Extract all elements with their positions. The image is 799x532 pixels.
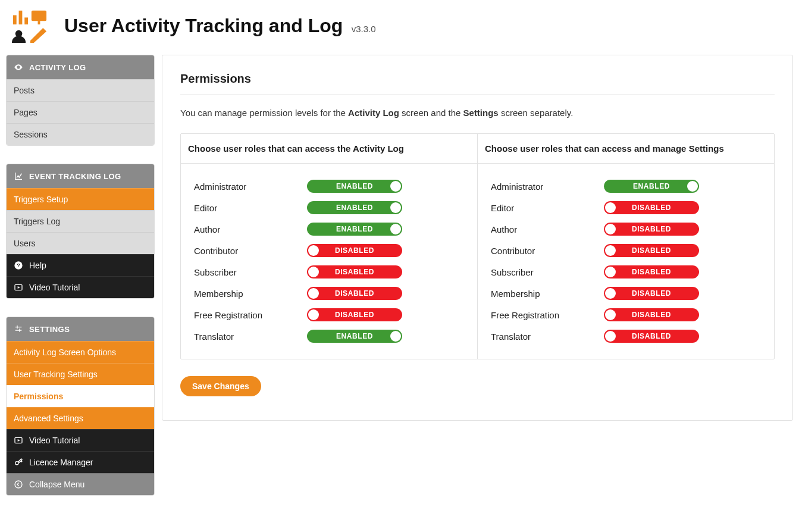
nav-item-triggers-setup[interactable]: Triggers Setup (7, 188, 154, 210)
nav-section-header: EVENT TRACKING LOG (7, 164, 154, 188)
permission-toggle[interactable]: DISABLED (307, 308, 402, 321)
toggle-knob (390, 181, 401, 192)
permission-row: AdministratorENABLED (491, 176, 761, 197)
toggle-knob (390, 202, 401, 213)
permission-row: MembershipDISABLED (491, 283, 761, 304)
nav-section-header: SETTINGS (7, 317, 154, 341)
permission-row: AdministratorENABLED (194, 176, 464, 197)
nav-section-header: ACTIVITY LOG (7, 55, 154, 79)
nav-item-activity-log-screen-options[interactable]: Activity Log Screen Options (7, 341, 154, 363)
toggle-knob (308, 309, 319, 320)
role-label: Contributor (194, 246, 307, 256)
video-icon (14, 436, 23, 445)
toggle-label: DISABLED (632, 204, 671, 212)
help-icon: ? (14, 261, 23, 270)
toggle-knob (605, 331, 616, 342)
nav-item-label: Video Tutorial (29, 283, 80, 292)
main-panel: Permissions You can manage permission le… (162, 55, 793, 421)
nav-item-users[interactable]: Users (7, 232, 154, 254)
permission-toggle[interactable]: ENABLED (604, 180, 699, 193)
role-label: Translator (194, 331, 307, 342)
role-label: Administrator (491, 181, 604, 192)
nav-item-label: Activity Log Screen Options (14, 348, 116, 357)
nav-item-label: Triggers Log (14, 217, 60, 226)
svg-rect-0 (13, 15, 17, 25)
permission-toggle[interactable]: ENABLED (307, 223, 402, 236)
toggle-label: ENABLED (336, 332, 373, 340)
toggle-label: DISABLED (632, 289, 671, 298)
nav-item-triggers-log[interactable]: Triggers Log (7, 210, 154, 232)
permission-toggle[interactable]: DISABLED (604, 265, 699, 278)
svg-rect-2 (24, 17, 28, 24)
sliders-icon (14, 324, 23, 334)
toggle-label: DISABLED (632, 311, 671, 319)
nav-item-permissions[interactable]: Permissions (7, 385, 154, 407)
permissions-col-activity-log: Choose user roles that can access the Ac… (181, 134, 477, 359)
role-label: Author (491, 224, 604, 234)
nav-item-collapse-menu[interactable]: Collapse Menu (7, 473, 154, 495)
permission-row: MembershipDISABLED (194, 283, 464, 304)
intro-text: You can manage permission levels for the… (180, 108, 775, 118)
svg-rect-1 (19, 11, 23, 24)
permission-toggle[interactable]: ENABLED (307, 201, 402, 214)
nav-item-video-tutorial[interactable]: Video Tutorial (7, 276, 154, 298)
toggle-knob (390, 331, 401, 342)
permission-row: SubscriberDISABLED (194, 261, 464, 283)
nav-item-label: Collapse Menu (29, 480, 84, 489)
toggle-label: DISABLED (632, 225, 671, 233)
permission-toggle[interactable]: ENABLED (307, 330, 402, 343)
permission-row: Free RegistrationDISABLED (491, 304, 761, 326)
toggle-knob (308, 267, 319, 277)
toggle-label: DISABLED (335, 289, 374, 298)
permission-toggle[interactable]: DISABLED (604, 223, 699, 236)
permission-toggle[interactable]: ENABLED (307, 180, 402, 193)
permission-toggle[interactable]: DISABLED (604, 201, 699, 214)
permission-row: EditorENABLED (194, 197, 464, 218)
permission-toggle[interactable]: DISABLED (604, 330, 699, 343)
nav-item-pages[interactable]: Pages (7, 101, 154, 123)
nav-item-label: Advanced Settings (14, 414, 83, 423)
app-version: v3.3.0 (352, 24, 376, 34)
nav-item-video-tutorial[interactable]: Video Tutorial (7, 429, 154, 451)
permission-toggle[interactable]: DISABLED (307, 244, 402, 257)
toggle-knob (308, 288, 319, 299)
nav-item-advanced-settings[interactable]: Advanced Settings (7, 407, 154, 429)
toggle-knob (605, 224, 616, 234)
toggle-knob (308, 245, 319, 256)
key-icon (14, 458, 23, 467)
permission-toggle[interactable]: DISABLED (604, 244, 699, 257)
nav-item-label: Users (14, 239, 36, 248)
nav-item-sessions[interactable]: Sessions (7, 123, 154, 145)
permission-toggle[interactable]: DISABLED (307, 265, 402, 278)
role-label: Membership (491, 289, 604, 299)
permission-toggle[interactable]: DISABLED (604, 308, 699, 321)
role-label: Translator (491, 331, 604, 342)
nav-section-title: EVENT TRACKING LOG (29, 172, 121, 181)
role-label: Contributor (491, 246, 604, 256)
toggle-knob (605, 245, 616, 256)
sidebar: ACTIVITY LOGPostsPagesSessionsEVENT TRAC… (6, 55, 155, 496)
permission-row: EditorDISABLED (491, 197, 761, 218)
toggle-label: DISABLED (632, 268, 671, 276)
permission-row: AuthorDISABLED (491, 218, 761, 240)
permission-toggle[interactable]: DISABLED (604, 287, 699, 300)
page-title: Permissions (180, 72, 775, 86)
role-label: Subscriber (491, 267, 604, 277)
toggle-knob (605, 288, 616, 299)
nav-item-label: Permissions (14, 392, 63, 401)
nav-item-user-tracking-settings[interactable]: User Tracking Settings (7, 363, 154, 385)
save-changes-button[interactable]: Save Changes (180, 376, 261, 396)
svg-rect-4 (38, 21, 40, 24)
divider (180, 94, 775, 95)
svg-text:?: ? (17, 262, 20, 268)
col-header: Choose user roles that can access and ma… (478, 134, 774, 164)
permission-toggle[interactable]: DISABLED (307, 287, 402, 300)
nav-item-label: Pages (14, 108, 37, 117)
nav-item-licence-manager[interactable]: Licence Manager (7, 451, 154, 473)
role-label: Free Registration (194, 310, 307, 320)
toggle-knob (605, 202, 616, 213)
nav-item-posts[interactable]: Posts (7, 79, 154, 101)
role-label: Editor (491, 203, 604, 213)
nav-item-help[interactable]: ?Help (7, 254, 154, 276)
toggle-label: ENABLED (336, 225, 373, 233)
